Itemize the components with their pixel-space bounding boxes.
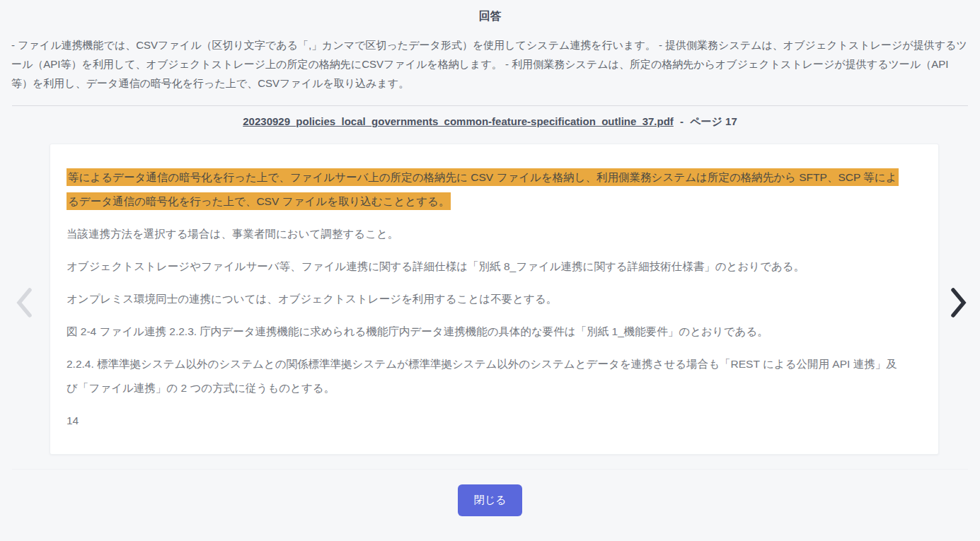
prev-page-button[interactable] [8,284,40,322]
source-citation: 20230929_policies_local_governments_comm… [0,115,980,129]
divider [12,105,968,106]
next-page-button[interactable] [943,284,974,322]
highlighted-passage: 等によるデータ通信の暗号化を行った上で、ファイルサーバ上の所定の格納先に CSV… [67,168,899,210]
modal-footer: 閉じる [12,469,968,516]
source-separator: - [680,115,684,127]
document-paragraph: 2.2.4. 標準準拠システム以外のシステムとの関係標準準拠システムが標準準拠シ… [67,352,906,400]
answer-modal: 回答 - ファイル連携機能では、CSVファイル（区切り文字である「,」カンマで区… [0,0,980,516]
source-page-label: ページ 17 [690,115,737,127]
source-pdf-link[interactable]: 20230929_policies_local_governments_comm… [243,115,674,127]
document-paragraph: オンプレミス環境同士の連携については、オブジェクトストレージを利用することは不要… [67,287,906,311]
document-highlight-paragraph: 等によるデータ通信の暗号化を行った上で、ファイルサーバ上の所定の格納先に CSV… [67,165,906,214]
document-page-number: 14 [67,409,906,433]
document-preview-card: 等によるデータ通信の暗号化を行った上で、ファイルサーバ上の所定の格納先に CSV… [50,144,939,455]
chevron-left-icon [15,287,33,318]
chevron-right-icon [950,287,968,318]
close-button[interactable]: 閉じる [458,484,523,516]
document-paragraph: 図 2-4 ファイル連携 2.2.3. 庁内データ連携機能に求められる機能庁内デ… [67,320,906,344]
modal-title: 回答 [0,0,980,24]
document-paragraph: 当該連携方法を選択する場合は、事業者間において調整すること。 [67,222,906,246]
document-paragraph: オブジェクトストレージやファイルサーバ等、ファイル連携に関する詳細仕様は「別紙 … [67,255,906,279]
answer-text: - ファイル連携機能では、CSVファイル（区切り文字である「,」カンマで区切った… [11,35,969,93]
